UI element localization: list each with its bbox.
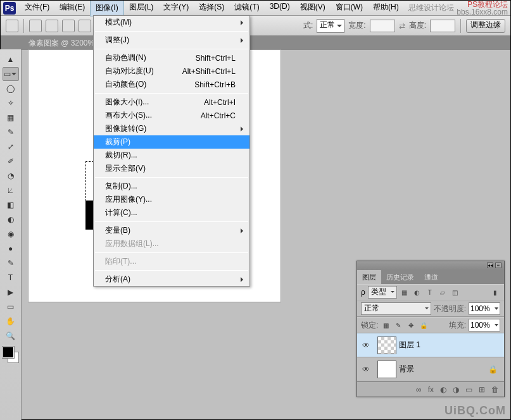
panel-foot-button[interactable]: ∞	[416, 385, 422, 394]
menu-item[interactable]: 计算(C)...	[94, 206, 249, 219]
filter-toggle[interactable]: ▮	[490, 288, 500, 297]
filter-smart-icon[interactable]: ◫	[450, 288, 460, 297]
add-selection-icon[interactable]	[46, 20, 58, 32]
layer-list: 👁图层 1👁背景🔒	[357, 333, 504, 381]
panel-foot-button[interactable]: ◑	[453, 385, 459, 394]
tool-19[interactable]: 🔍	[3, 329, 19, 343]
menu-item[interactable]: 显示全部(V)	[94, 162, 249, 175]
menu-bar: Ps 文件(F)编辑(E)图像(I)图层(L)文字(Y)选择(S)滤镜(T)3D…	[1, 1, 510, 16]
menu-窗口[interactable]: 窗口(W)	[331, 0, 368, 16]
panel-collapse-icon[interactable]: ◂◂	[487, 262, 493, 268]
panel-foot-button[interactable]: ▭	[465, 385, 472, 394]
layer-row[interactable]: 👁图层 1	[357, 333, 504, 357]
menu-item[interactable]: 调整(J)	[94, 34, 249, 47]
tool-15[interactable]: T	[3, 271, 19, 285]
tool-8[interactable]: ◔	[3, 169, 19, 183]
visibility-icon[interactable]: 👁	[357, 365, 375, 374]
menu-编辑[interactable]: 编辑(E)	[54, 0, 90, 16]
panel-foot-button[interactable]: fx	[428, 385, 434, 394]
menu-item[interactable]: 应用图像(Y)...	[94, 193, 249, 206]
height-label: 高度:	[409, 20, 426, 31]
style-select[interactable]: 正常	[317, 19, 344, 33]
lock-all-icon[interactable]: 🔒	[419, 321, 429, 330]
tool-10[interactable]: ◧	[3, 198, 19, 212]
document-tab[interactable]: 像素图案 @ 3200%	[28, 38, 94, 49]
menu-item[interactable]: 分析(A)	[94, 273, 249, 286]
menu-帮助[interactable]: 帮助(H)	[368, 0, 404, 16]
tool-0[interactable]: ▲	[3, 52, 19, 66]
menu-滤镜[interactable]: 滤镜(T)	[229, 0, 264, 16]
tool-17[interactable]: ▭	[3, 300, 19, 314]
tool-11[interactable]: ◐	[3, 213, 19, 226]
menu-item[interactable]: 图像大小(I)...Alt+Ctrl+I	[94, 96, 249, 109]
menu-item[interactable]: 变量(B)	[94, 224, 249, 237]
menu-item[interactable]: 自动对比度(U)Alt+Shift+Ctrl+L	[94, 65, 249, 78]
tool-4[interactable]: ▦	[3, 111, 19, 125]
menu-item[interactable]: 复制(D)...	[94, 180, 249, 193]
fill-input[interactable]: 100%	[469, 319, 500, 331]
blend-mode-select[interactable]: 正常	[361, 302, 431, 315]
visibility-icon[interactable]: 👁	[357, 341, 375, 350]
tool-16[interactable]: ▶	[3, 285, 19, 299]
tool-1[interactable]: ▭	[3, 67, 19, 81]
panel-menu-icon[interactable]: ≡	[495, 262, 502, 268]
menu-item[interactable]: 画布大小(S)...Alt+Ctrl+C	[94, 109, 249, 122]
menu-视图[interactable]: 视图(V)	[295, 0, 331, 16]
menu-item[interactable]: 自动颜色(O)Shift+Ctrl+B	[94, 78, 249, 91]
marquee-preset-icon[interactable]	[6, 20, 18, 32]
menu-选择[interactable]: 选择(S)	[194, 0, 229, 16]
subtract-selection-icon[interactable]	[62, 20, 75, 32]
menu-文字[interactable]: 文字(Y)	[158, 0, 194, 16]
layer-name: 背景	[399, 364, 414, 374]
color-swatch[interactable]	[3, 347, 19, 363]
panel-tabs: 图层历史记录通道	[357, 270, 504, 284]
menu-3D[interactable]: 3D(D)	[265, 0, 295, 16]
tool-5[interactable]: ✎	[3, 125, 19, 139]
lock-trans-icon[interactable]: ▦	[381, 321, 391, 330]
filter-shape-icon[interactable]: ▱	[438, 288, 448, 297]
filter-text-icon[interactable]: T	[425, 288, 435, 297]
tool-7[interactable]: ✐	[3, 154, 19, 168]
tool-12[interactable]: ◉	[3, 227, 19, 241]
layer-thumbnail[interactable]	[377, 337, 396, 354]
intersect-selection-icon[interactable]	[79, 20, 91, 32]
menu-item[interactable]: 模式(M)	[94, 16, 249, 29]
panel-foot-button[interactable]: ◐	[440, 385, 446, 394]
menu-文件[interactable]: 文件(F)	[20, 0, 54, 16]
height-input[interactable]	[430, 20, 455, 32]
panel-tab[interactable]: 通道	[419, 270, 443, 284]
layer-row[interactable]: 👁背景🔒	[357, 357, 504, 381]
opacity-input[interactable]: 100%	[469, 302, 500, 315]
blend-row: 正常 不透明度: 100%	[357, 300, 504, 317]
tool-3[interactable]: ✧	[3, 96, 19, 110]
filter-pixel-icon[interactable]: ▦	[400, 288, 410, 297]
filter-adjust-icon[interactable]: ◐	[412, 288, 422, 297]
panel-tab[interactable]: 历史记录	[381, 270, 419, 284]
menu-图层[interactable]: 图层(L)	[124, 0, 159, 16]
refine-edge-button[interactable]: 调整边缘	[466, 19, 505, 33]
menu-item[interactable]: 裁剪(P)	[94, 135, 249, 149]
tool-9[interactable]: ⟀	[3, 183, 19, 197]
menu-图像[interactable]: 图像(I)	[90, 0, 123, 16]
new-selection-icon[interactable]	[29, 20, 42, 32]
tool-6[interactable]: ⤢	[3, 140, 19, 154]
layer-thumbnail[interactable]	[377, 361, 396, 378]
layer-name: 图层 1	[399, 340, 420, 350]
panel-footer: ∞fx◐◑▭⊞🗑	[357, 381, 504, 397]
width-input[interactable]	[370, 20, 395, 32]
toolbox: ▲▭◯✧▦✎⤢✐◔⟀◧◐◉●✎T▶▭✋🔍	[0, 49, 22, 420]
style-label: 式:	[303, 20, 313, 31]
panel-foot-button[interactable]: 🗑	[491, 385, 499, 394]
tool-2[interactable]: ◯	[3, 82, 19, 96]
menu-item[interactable]: 自动色调(N)Shift+Ctrl+L	[94, 51, 249, 65]
filter-kind-select[interactable]: 类型	[368, 286, 397, 299]
tool-18[interactable]: ✋	[3, 314, 19, 328]
menu-item[interactable]: 图像旋转(G)	[94, 122, 249, 135]
lock-move-icon[interactable]: ✥	[406, 321, 416, 330]
lock-paint-icon[interactable]: ✎	[393, 321, 403, 330]
menu-item[interactable]: 裁切(R)...	[94, 149, 249, 162]
tool-14[interactable]: ✎	[3, 256, 19, 270]
tool-13[interactable]: ●	[3, 242, 19, 256]
panel-foot-button[interactable]: ⊞	[479, 385, 485, 394]
panel-tab[interactable]: 图层	[357, 270, 381, 284]
